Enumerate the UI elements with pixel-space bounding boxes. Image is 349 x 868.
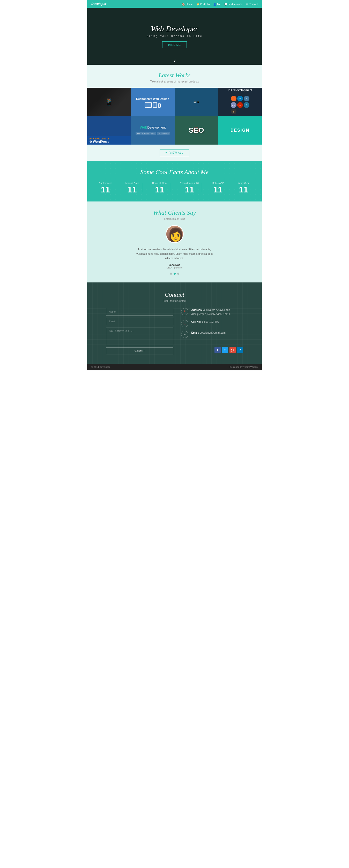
fact-hours-of-work: Hours of Work 11 [149,182,170,194]
nav-link-testimonials[interactable]: 💬 Testimonials [224,3,242,6]
mysql-logo: M [244,96,250,101]
fact-mobile-label: Mobile APP [212,182,224,184]
tablet-icon [153,102,157,107]
email-input[interactable] [106,318,173,325]
contact-layout: Submit 📍 Address: 308 Negra Arroyo LaneA… [93,308,256,355]
cms-oscommerce: osCommerce [157,132,170,135]
contact-phone-item: 📞 Cell No: 1-800-123-456 [181,320,243,327]
apache-logo: A [237,102,243,108]
dot-2[interactable] [174,273,176,275]
contact-email-item: ✉ Email: developer@gmail.com [181,331,243,338]
phone-icon: 📞 [179,318,190,329]
contact-phone-text: Cell No: 1-800-123-456 [192,320,219,324]
fact-lines-of-code: Lines of Code 11 [122,182,143,194]
fact-conferences-value: 11 [99,185,112,194]
view-all-section: 👁 VIEW ALL [87,145,262,161]
footer-credit: Designed by ThemeWagon [230,366,258,368]
testimonials-avatar [166,225,184,243]
portfolio-item-mobile[interactable]: 📱 [87,88,131,116]
fact-hours-label: Hours of Work [152,182,167,184]
fact-hours-value: 11 [152,185,167,194]
social-icons: f t g+ in [181,347,243,353]
fact-client-label: Happy Client [237,182,250,184]
portfolio-item-php[interactable]: PHP Development J D M php A W 🐧 [218,88,262,116]
scroll-down-arrow: ∨ [173,58,176,63]
design-label: DESIGN [230,127,251,134]
address-label: Address: [192,309,203,311]
nav-link-me[interactable]: 👤 Me [213,3,221,6]
latest-works-title: Latest Works [87,72,262,79]
nav-link-portfolio[interactable]: 📁 Portfolio [196,3,209,6]
nav-item-testimonials[interactable]: 💬 Testimonials [224,2,242,6]
portfolio-item-responsive[interactable]: Responsive Web Design [131,88,175,116]
linkedin-button[interactable]: in [237,347,243,353]
cms-logos: php ASP.net W3C osCommerce [135,131,171,136]
web-mobile-label: 💻 📱 [192,100,201,104]
nav-item-contact[interactable]: ✉ Contact [246,2,258,6]
seo-content: SEO ⚙ [188,116,204,145]
hero-subtitle: Bring Your Dreams To Life [147,35,202,38]
portfolio-item-wordpress[interactable]: All Roads Lead to ⚙ WordPress [87,116,131,145]
fact-repos-value: 11 [180,185,199,194]
fact-conferences: Conferences 11 [96,182,115,194]
message-input[interactable] [106,327,173,345]
contact-section: Contact Feel Free to Contact Submit 📍 Ad… [87,282,262,364]
cms-php: php [136,132,141,135]
testimonials-text: In at accumsan risus. Nam id volutpat an… [133,247,216,260]
nav-item-portfolio[interactable]: 📁 Portfolio [196,2,209,6]
phone-value: 1-800-123-456 [202,320,219,323]
nav-links: 🏠 Home 📁 Portfolio 👤 Me 💬 Testimonials ✉… [182,2,258,6]
wordpress-overlay: All Roads Lead to ⚙ WordPress [87,136,131,145]
nav-item-me[interactable]: 👤 Me [213,2,221,6]
twitter-button[interactable]: t [222,347,228,353]
contact-email-text: Email: developer@gmail.com [192,331,226,335]
latest-works-section: Latest Works Take a look at some of my r… [87,65,262,88]
hero-section: Web Developer Bring Your Dreams To Life … [87,8,262,65]
email-value: developer@gmail.com [200,331,226,334]
dot-1[interactable] [170,273,172,275]
fact-lines-label: Lines of Code [125,182,140,184]
portfolio-grid: 📱 Responsive Web Design 💻 📱 PHP Developm… [87,88,262,145]
nav-link-contact[interactable]: ✉ Contact [246,3,258,6]
nav-item-home[interactable]: 🏠 Home [182,2,193,6]
facebook-button[interactable]: f [214,347,221,353]
webdev-content: WebDevelopment php ASP.net W3C osCommerc… [135,116,171,145]
hero-content: Web Developer Bring Your Dreams To Life … [147,24,202,49]
portfolio-item-design[interactable]: DESIGN [218,116,262,145]
testimonials-name: Jane Doe [92,264,257,267]
google-plus-button[interactable]: g+ [230,347,236,353]
contact-info: 📍 Address: 308 Negra Arroyo LaneAlbuquer… [181,308,243,355]
avatar-face [166,226,183,242]
portfolio-item-seo[interactable]: SEO ⚙ [175,116,219,145]
monitor-icon [145,102,152,107]
fact-happy-client: Happy Client 11 [234,182,253,194]
phone-label: Cell No: [192,320,201,323]
portfolio-item-webdev[interactable]: WebDevelopment php ASP.net W3C osCommerc… [131,116,175,145]
submit-button[interactable]: Submit [106,347,173,355]
testimonials-title: What Clients Say [92,209,257,216]
drupal-logo: D [237,96,243,101]
name-input[interactable] [106,308,173,315]
latest-works-subtitle: Take a look at some of my recent product… [87,80,262,83]
contact-address-item: 📍 Address: 308 Negra Arroyo LaneAlbuquer… [181,308,243,316]
testimonials-company: CEO, Apple Inc [92,267,257,269]
wp-logo: W [244,102,250,108]
testimonials-dots [92,273,257,275]
cms-asp: ASP.net [141,132,150,135]
nav-link-home[interactable]: 🏠 Home [182,3,193,6]
fact-mobile-app: Mobile APP 11 [209,182,227,194]
fact-mobile-value: 11 [212,185,224,194]
hero-title: Web Developer [147,24,202,33]
fact-repositories: Repositories in Git 11 [177,182,202,194]
brand-logo[interactable]: Developer [91,2,106,6]
responsive-label: Responsive Web Design [135,96,170,101]
dot-3[interactable] [177,273,179,275]
wp-subtitle: All Roads Lead to [89,137,129,140]
hire-me-button[interactable]: HIRE ME [162,41,187,49]
cms-w3c: W3C [150,132,156,135]
fact-lines-value: 11 [125,185,140,194]
portfolio-item-web-mobile[interactable]: 💻 📱 [175,88,219,116]
view-all-button[interactable]: 👁 VIEW ALL [159,149,189,156]
contact-form: Submit [106,308,173,355]
footer: © 2014 Developer Designed by ThemeWagon [87,364,262,370]
